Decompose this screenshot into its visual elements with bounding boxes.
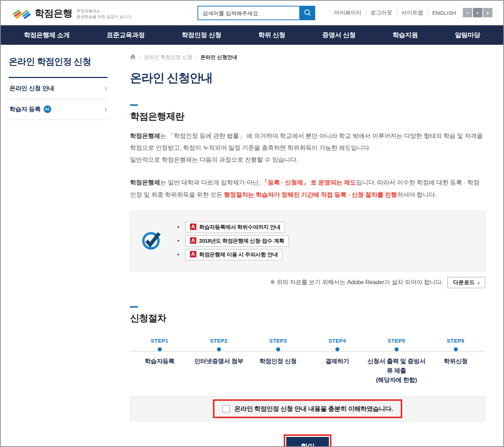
about-paragraph-1: 학점은행제는 「학점인정 등에 관한 법률」 에 의거하여 학교에서 뿐만 아니… [130,130,485,166]
nav-item-certificate[interactable]: 증명서 신청 [322,31,356,39]
page-title: 온라인 신청안내 [130,70,485,86]
chevron-right-icon: › [478,279,479,286]
adobe-notice-row: ※ 위의 자료를 보기 위해서는 Adobe Reader가 설치 되어야 합니… [130,277,485,288]
brand-tagline: 학점은행제는 평생학습을 위한 길잡이 입니다. [77,7,132,20]
section-about: 학점은행제란 학점은행제는 「학점인정 등에 관한 법률」 에 의거하여 학교에… [130,104,485,288]
brand-logo-icon [12,5,30,22]
procedure-steps: STEP1 학습자등록 STEP2 인터넷증명서 첨부 STEP3 [130,338,485,385]
bullet: • [177,238,179,244]
util-link-logout[interactable]: 로그아웃 [370,9,392,16]
section-dash [130,306,138,308]
utility-links: 마이페이지 | 로그아웃 | 사이트맵 | ENGLISH − • + [334,8,492,17]
search-button[interactable] [300,6,315,20]
step-dot [454,347,458,351]
pdf-link-2018-schedule[interactable]: 2018년도 학점은행제 신청·접수 계획 [185,235,289,247]
adobe-notice-text: ※ 위의 자료를 보기 위해서는 Adobe Reader가 설치 되어야 합니… [270,278,443,286]
pdf-icon [190,237,196,245]
logo[interactable]: 학점은행 학점은행제는 평생학습을 위한 길잡이 입니다. [12,5,132,22]
pdf-link-registration-to-degree[interactable]: 학습자등록에서 학위수여까지 안내 [185,222,285,233]
breadcrumb-separator: › [195,55,197,60]
bullet: • [177,224,179,230]
separator: | [427,10,428,16]
step-dot [217,347,221,351]
header: 학점은행 학점은행제는 평생학습을 위한 길잡이 입니다. 마이페이지 | 로그… [1,1,503,25]
sidebar-title: 온라인 학점인정 신청 [9,56,108,68]
nav-item-curriculum[interactable]: 표준교육과정 [107,31,145,39]
agreement-band: 온라인 학점인정 신청 안내 내용을 충분히 이해하였습니다. [130,396,485,421]
search-input[interactable] [197,6,300,20]
nav-item-credit-apply[interactable]: 학점인정 신청 [182,31,221,39]
separator: | [396,10,397,16]
util-link-sitemap[interactable]: 사이트맵 [401,9,423,16]
separator: | [365,10,366,16]
a1-badge: A1 [44,105,51,113]
step-6: STEP6 학위신청 [426,338,485,385]
check-circle-icon [141,229,164,253]
confirm-area: 확인 [130,434,485,447]
pdf-link-list: • 학습자등록에서 학위수여까지 안내 • [177,219,289,263]
step-dot [276,347,280,351]
procedure-heading: 신청절차 [130,312,485,325]
pdf-link-caution-guide[interactable]: 학점은행제 이용 시 주의사항 안내 [185,249,283,260]
list-item: • 2018년도 학점은행제 신청·접수 계획 [177,235,289,247]
nav-item-notice[interactable]: 알림마당 [455,31,480,39]
agreement-annotation-box: 온라인 학점인정 신청 안내 내용을 충분히 이해하였습니다. [213,399,402,418]
step-3: STEP3 학점인정 신청 [248,338,308,385]
global-nav: 학점은행제 소개 표준교육과정 학점인정 신청 학위 신청 증명서 신청 학습지… [1,25,503,45]
sidebar-item-learner-registration[interactable]: 학습자 등록 A1 › [9,99,108,120]
brand-name: 학점은행 [35,7,72,20]
agreement-label[interactable]: 온라인 학점인정 신청 안내 내용을 충분히 이해하였습니다. [234,404,393,413]
step-dot [335,347,339,351]
page: 학점은행 학점은행제는 평생학습을 위한 길잡이 입니다. 마이페이지 | 로그… [0,0,504,447]
nav-item-degree-apply[interactable]: 학위 신청 [258,31,286,39]
about-paragraph-2: 학점은행제는 일반 대학과 다르게 입학제가 아닌, 「등록 · 신청제」 로 … [130,177,485,200]
step-dot [158,347,162,351]
list-item: • 학점은행제 이용 시 주의사항 안내 [177,249,289,260]
confirm-annotation-box: 확인 [284,434,331,447]
home-icon[interactable] [130,54,136,61]
step-1: STEP1 학습자등록 [130,338,189,385]
breadcrumb-current: 온라인 신청안내 [200,54,237,61]
step-4: STEP4 결제하기 [308,338,367,385]
chevron-right-icon: › [104,105,107,113]
bullet: • [177,251,179,258]
breadcrumb: › 온라인 학점인정 신청 › 온라인 신청안내 [130,54,485,61]
download-button[interactable]: 다운로드 › [447,277,485,288]
breadcrumb-credit-apply[interactable]: 온라인 학점인정 신청 [144,54,192,61]
breadcrumb-separator: › [139,55,141,60]
step-5: STEP5 신청서 출력 및 증빙서류 제출 (해당자에 한함) [367,338,426,385]
pdf-guide-box: • 학습자등록에서 학위수여까지 안내 • [130,211,485,271]
about-heading: 학점은행제란 [130,110,485,123]
step-2: STEP2 인터넷증명서 첨부 [189,338,248,385]
pdf-icon [190,251,196,259]
font-default-button[interactable]: • [473,8,482,17]
content: 온라인 학점인정 신청 온라인 신청 안내 › 학습자 등록 A1 › › [1,45,503,447]
pdf-icon [190,224,196,231]
font-size-controls: − • + [463,8,492,17]
search-icon [304,9,312,18]
list-item: • 학습자등록에서 학위수여까지 안내 [177,222,289,233]
confirm-button[interactable]: 확인 [286,437,329,447]
nav-item-intro[interactable]: 학점은행제 소개 [24,31,70,39]
section-dash [130,104,138,106]
sidebar-item-online-guide[interactable]: 온라인 신청 안내 › [9,78,108,99]
font-increase-button[interactable]: + [483,8,492,17]
section-procedure: 신청절차 STEP1 학습자등록 STEP2 인터넷증명서 첨부 [130,306,485,447]
chevron-right-icon: › [104,84,107,92]
nav-item-learning-support[interactable]: 학습지원 [392,31,418,39]
step-dot [395,347,399,351]
agreement-checkbox[interactable] [222,405,230,412]
sidebar: 온라인 학점인정 신청 온라인 신청 안내 › 학습자 등록 A1 › [1,45,116,447]
util-link-english[interactable]: ENGLISH [432,10,456,16]
font-decrease-button[interactable]: − [463,8,472,17]
search-bar [197,6,315,20]
main: › 온라인 학점인정 신청 › 온라인 신청안내 온라인 신청안내 학점은행제란… [116,45,503,447]
util-link-mypage[interactable]: 마이페이지 [334,9,361,16]
